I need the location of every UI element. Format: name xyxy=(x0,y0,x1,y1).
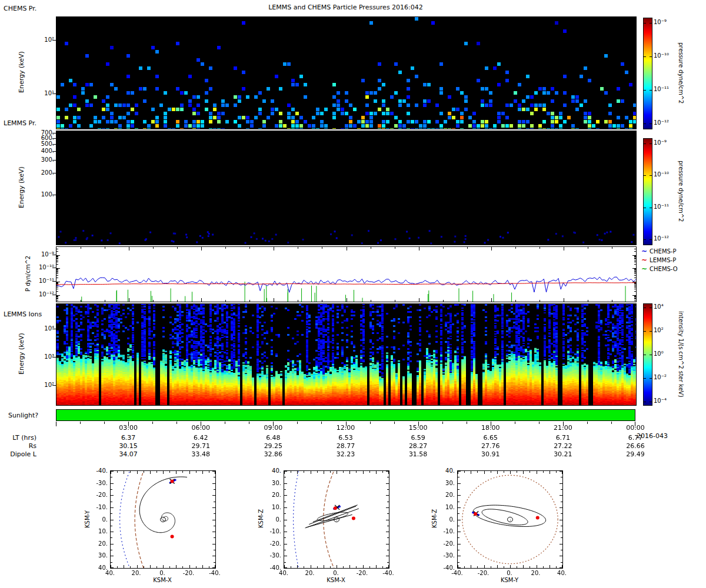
lemms-pressure-ytick-mark xyxy=(52,160,56,161)
lemms-p-line-swatch: ~ xyxy=(641,256,647,264)
orbit0-ytick-label: -20. xyxy=(89,492,108,499)
legend-item-lemms-p: ~LEMMS-P xyxy=(641,256,676,264)
time-tick-label: 15:00 xyxy=(399,425,437,432)
ephemeris-value: 31.58 xyxy=(399,451,437,458)
ions-colorbar-axis-label: intensity 1/(s cm^2 ster keV) xyxy=(678,303,684,405)
orbit0-xlabel: KSM-X xyxy=(110,577,215,584)
ephemeris-value: 33.48 xyxy=(182,451,219,458)
time-tick-label: 03:00 xyxy=(109,425,147,432)
orbit2-xtick-label: 0. xyxy=(498,570,521,577)
ephemeris-value: 26.66 xyxy=(617,443,654,450)
chems-pressure-ytick-mark xyxy=(52,93,56,94)
orbit1-xtick-label: 0. xyxy=(324,570,348,577)
lemms-pressure-colorbar-tick: 10⁻¹⁰ xyxy=(654,171,669,178)
orbit2-ytick-label: 20. xyxy=(436,492,455,499)
ephemeris-value: 6.71 xyxy=(544,435,582,442)
ephemeris-value: 6.37 xyxy=(109,435,147,442)
orbit0-xtick-label: 0. xyxy=(151,570,174,577)
ephemeris-value: 29.49 xyxy=(617,451,654,458)
chems-pressure-colorbar xyxy=(643,18,652,129)
sunlight-label: Sunlight? xyxy=(8,412,38,419)
legend-label-chems-o: CHEMS-O xyxy=(650,266,678,272)
lemms-ions-colorbar-tick: 10⁰ xyxy=(654,350,664,358)
particle-pressure-ytick-mark xyxy=(52,268,56,268)
pressure-axis-label: P dyn/cm^2 xyxy=(25,246,31,301)
chems-pressure-spectrogram xyxy=(56,16,637,129)
chems-pressure-ytick-label: 10¹ xyxy=(21,90,54,97)
orbit-plot-ksmx-ksmy xyxy=(110,470,216,569)
chems-pressure-colorbar-tick: 10⁻⁹ xyxy=(654,19,667,26)
ephemeris-value: 28.77 xyxy=(327,443,365,450)
orbit-plot-ksmy-ksmz xyxy=(457,470,563,569)
particle-pressure-ytick-mark xyxy=(52,295,56,295)
chems-pressure-colorbar-tick: 10⁻¹⁰ xyxy=(654,52,669,59)
ephemeris-value: 32.23 xyxy=(327,451,365,458)
legend-item-chems-o: ~CHEMS-O xyxy=(641,265,678,273)
lemms-ions-colorbar-tick: 10⁻² xyxy=(654,374,667,381)
orbit1-ytick-label: 20. xyxy=(262,492,281,499)
particle-pressure-ytick-label: 10⁻¹⁰ xyxy=(33,264,54,271)
lemms-ions-colorbar-tick: 10² xyxy=(654,327,664,334)
chems-pressure-ytick-label: 10² xyxy=(21,36,54,44)
ephemeris-value: 34.07 xyxy=(109,451,147,458)
lemms-pressure-spectrogram xyxy=(56,131,637,245)
ephemeris-value: 6.59 xyxy=(399,435,437,442)
orbit2-ytick-label: -10. xyxy=(436,528,455,535)
chems-pressure-colorbar-tick: 10⁻¹¹ xyxy=(654,86,669,93)
ephemeris-value: 29.25 xyxy=(254,443,292,450)
orbit0-xtick-label: 40. xyxy=(98,570,122,577)
orbit0-xtick-label: -20. xyxy=(177,570,201,577)
chems-panel-label: CHEMS Pr. xyxy=(4,5,36,12)
lemms-ions-colorbar-tick: 10⁴ xyxy=(654,303,664,310)
orbit0-ytick-label: 30. xyxy=(89,552,108,559)
orbit0-ytick-label: 10. xyxy=(89,528,108,535)
chems-pressure-colorbar-tick: 10⁻¹² xyxy=(654,119,669,126)
lemms-pressure-ytick-mark xyxy=(52,173,56,173)
lemms-ions-ytick-mark xyxy=(52,357,56,358)
orbit1-xtick-label: 20. xyxy=(298,570,322,577)
lemms-pressure-ytick-label: 100. xyxy=(21,191,54,198)
orbit1-xlabel: KSM-X xyxy=(284,577,388,584)
orbit2-ytick-label: -20. xyxy=(436,540,455,547)
orbit1-ytick-label: -20. xyxy=(262,540,281,547)
lemms-pressure-ytick-mark xyxy=(52,138,56,139)
time-tick-label: 09:00 xyxy=(254,425,292,432)
orbit1-xtick-label: -20. xyxy=(351,570,374,577)
orbit2-xtick-label: 40. xyxy=(550,570,574,577)
legend-item-chems-p: ~CHEMS-P xyxy=(641,248,677,255)
orbit0-xtick-label: 20. xyxy=(125,570,148,577)
orbit2-ytick-label: 10. xyxy=(436,504,455,511)
ephemeris-value: 27.76 xyxy=(472,443,509,450)
lemms-pressure-ytick-label: 200. xyxy=(21,169,54,176)
lemms-ions-spectrogram xyxy=(56,303,637,406)
orbit2-xlabel: KSM-Y xyxy=(457,577,562,584)
ephemeris-row-label-dipole: Dipole L xyxy=(0,451,36,458)
chems-colorbar-axis-label: pressure dyne/cm^2 xyxy=(678,18,684,128)
particle-pressure-ytick-label: 10⁻¹¹ xyxy=(33,278,54,285)
ephemeris-value: 6.65 xyxy=(472,435,509,442)
ephemeris-value: 6.48 xyxy=(254,435,292,442)
chems-energy-axis-label: Energy (keV) xyxy=(18,16,25,128)
orbit0-ytick-label: -40. xyxy=(89,467,108,475)
time-tick-label: 06:00 xyxy=(182,425,219,432)
orbit1-ytick-label: 40. xyxy=(262,467,281,475)
ephemeris-value: 30.15 xyxy=(109,443,147,450)
lemms-pressure-colorbar-tick: 10⁻¹² xyxy=(654,235,669,242)
lemms-chems-dashboard: LEMMS and CHEMS Particle Pressures 2016:… xyxy=(0,0,706,588)
orbit2-ytick-label: -30. xyxy=(436,552,455,559)
orbit2-xtick-label: 20. xyxy=(524,570,548,577)
orbit1-ytick-label: -10. xyxy=(262,528,281,535)
ephemeris-value: 30.91 xyxy=(472,451,509,458)
orbit2-xtick-label: -40. xyxy=(445,570,469,577)
orbit0-ytick-label: 0. xyxy=(89,516,108,523)
ephemeris-row-label-rs: Rs xyxy=(0,443,36,450)
lemms-pressure-ytick-label: 400. xyxy=(21,148,54,155)
lemms-pressure-ytick-mark xyxy=(52,195,56,195)
time-tick-label: 00:00 xyxy=(617,425,654,432)
lemms-pressure-ytick-mark xyxy=(52,133,56,133)
chems-o-line-swatch: ~ xyxy=(641,265,647,273)
particle-pressure-ytick-label: 10⁻⁹ xyxy=(33,251,54,258)
ephemeris-value: 6.77 xyxy=(617,435,654,442)
orbit0-xtick-label: -40. xyxy=(203,570,227,577)
lemms-colorbar-axis-label: pressure dyne/cm^2 xyxy=(678,138,684,244)
